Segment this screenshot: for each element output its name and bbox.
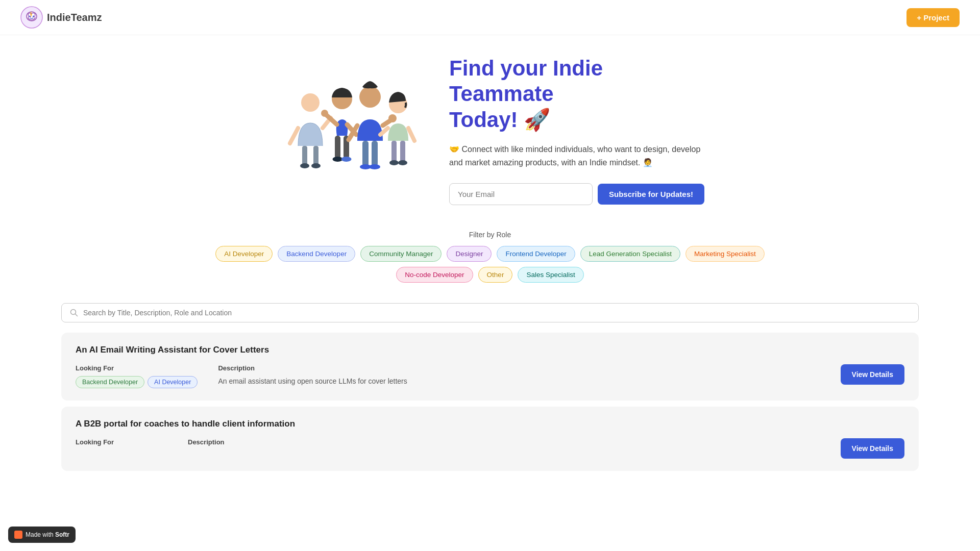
filter-tags-row1: AI Developer Backend Developer Community… (20, 246, 960, 262)
filter-label: Filter by Role (20, 231, 960, 239)
card-1-action: View Details (823, 364, 904, 385)
filter-tag-other[interactable]: Other (478, 267, 513, 283)
project-card-2: A B2B portal for coaches to handle clien… (61, 407, 919, 471)
svg-point-2 (29, 16, 31, 17)
svg-rect-23 (362, 141, 369, 166)
card-2-desc-label: Description (188, 438, 802, 446)
filter-section: Filter by Role AI Developer Backend Deve… (0, 215, 980, 293)
search-section (0, 293, 980, 328)
subscribe-form: Subscribe for Updates! (449, 183, 704, 205)
svg-point-18 (341, 157, 352, 162)
svg-line-21 (383, 120, 390, 126)
card-1-tag-ai: AI Developer (148, 376, 198, 388)
filter-tag-marketing-specialist[interactable]: Marketing Specialist (685, 246, 765, 262)
filter-tag-lead-generation[interactable]: Lead Generation Specialist (580, 246, 680, 262)
card-1-body: Looking For Backend Developer AI Develop… (76, 364, 904, 388)
svg-point-13 (321, 110, 328, 117)
logo-text: IndieTeamz (47, 12, 102, 23)
header: IndieTeamz + Project (0, 0, 980, 35)
hero-title: Find your Indie Teammate Today! 🚀 (449, 56, 704, 133)
hero-illustration (276, 74, 419, 187)
card-2-title: A B2B portal for coaches to handle clien… (76, 419, 904, 429)
email-input[interactable] (449, 183, 593, 205)
hero-content: Find your Indie Teammate Today! 🚀 🤝 Conn… (449, 56, 704, 205)
filter-tag-designer[interactable]: Designer (447, 246, 492, 262)
svg-rect-31 (400, 141, 405, 162)
svg-rect-30 (391, 141, 397, 162)
card-2-body: Looking For Description View Details (76, 438, 904, 459)
logo-icon (20, 6, 43, 29)
svg-point-3 (33, 16, 34, 17)
filter-tag-sales-specialist[interactable]: Sales Specialist (518, 267, 583, 283)
search-icon (70, 309, 78, 317)
svg-rect-8 (313, 146, 318, 165)
subscribe-button[interactable]: Subscribe for Updates! (598, 184, 704, 205)
svg-point-19 (359, 86, 381, 108)
card-2-description: Description (188, 438, 802, 450)
svg-point-22 (388, 114, 397, 122)
logo-area: IndieTeamz (20, 6, 102, 29)
svg-point-9 (300, 163, 309, 168)
card-1-desc-label: Description (218, 364, 802, 372)
svg-point-4 (301, 93, 320, 112)
hero-subtitle: 🤝 Connect with like minded individuals, … (449, 143, 704, 169)
card-1-tags: Backend Developer AI Developer (76, 376, 198, 388)
team-illustration-svg (276, 74, 419, 187)
project-card-1: An AI Email Writing Assistant for Cover … (61, 333, 919, 400)
svg-rect-7 (302, 146, 307, 165)
filter-tag-frontend-developer[interactable]: Frontend Developer (497, 246, 575, 262)
card-1-tag-backend: Backend Developer (76, 376, 144, 388)
filter-tag-community-manager[interactable]: Community Manager (360, 246, 442, 262)
card-2-view-details-button[interactable]: View Details (841, 438, 904, 459)
svg-point-26 (369, 164, 380, 169)
svg-line-5 (290, 128, 298, 143)
svg-point-32 (389, 160, 399, 165)
filter-tags-row2: No-code Developer Other Sales Specialist (20, 267, 960, 283)
card-1-looking-for: Looking For Backend Developer AI Develop… (76, 364, 198, 388)
card-1-title: An AI Email Writing Assistant for Cover … (76, 345, 904, 355)
filter-tag-ai-developer[interactable]: AI Developer (215, 246, 273, 262)
svg-point-33 (398, 160, 407, 165)
card-2-looking-for: Looking For (76, 438, 167, 450)
hero-section: Find your Indie Teammate Today! 🚀 🤝 Conn… (0, 35, 980, 215)
svg-line-35 (76, 314, 78, 316)
svg-point-10 (311, 163, 321, 168)
card-2-action: View Details (823, 438, 904, 459)
add-project-button[interactable]: + Project (906, 8, 960, 27)
card-1-description: Description An email assistant using ope… (218, 364, 802, 387)
filter-tag-backend-developer[interactable]: Backend Developer (278, 246, 355, 262)
svg-rect-15 (335, 136, 340, 159)
filter-tag-nocode-developer[interactable]: No-code Developer (396, 267, 473, 283)
search-input[interactable] (83, 309, 910, 317)
cards-section: An AI Email Writing Assistant for Cover … (0, 328, 980, 491)
card-1-view-details-button[interactable]: View Details (841, 364, 904, 385)
card-1-looking-for-label: Looking For (76, 364, 198, 372)
search-box (61, 303, 919, 322)
card-1-desc-text: An email assistant using open source LLM… (218, 376, 802, 387)
svg-rect-24 (372, 141, 378, 166)
svg-line-29 (408, 128, 414, 141)
card-2-looking-for-label: Looking For (76, 438, 167, 446)
